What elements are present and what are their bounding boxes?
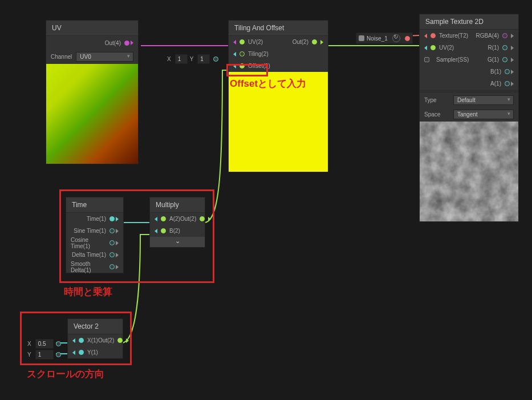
uv-preview: [46, 64, 138, 164]
port-row: A(1): [420, 78, 518, 90]
port-dot-icon[interactable]: [79, 350, 84, 355]
vector2-node[interactable]: Vector 2 X(1) Out(2) Y(1): [67, 318, 123, 359]
tiling-offset-node[interactable]: Tiling And Offset UV(2) Out(2) Tiling(2): [228, 20, 328, 172]
port-label: Out(2): [98, 337, 114, 344]
port-dot-icon[interactable]: [239, 51, 245, 56]
offset-annotation-label: Offsetとして入力: [230, 77, 306, 90]
arrow-out-icon: [511, 70, 514, 74]
sample-texture-node[interactable]: Sample Texture 2D Texture(T2) RGBA(4) UV…: [419, 14, 519, 222]
port-row: X(1) Out(2): [68, 334, 123, 346]
port-row: Texture(T2) RGBA(4): [420, 30, 518, 42]
port-dot-icon[interactable]: [109, 240, 115, 245]
port-dot-icon[interactable]: [161, 228, 166, 233]
space-row: Space Tangent: [420, 107, 518, 122]
node-title: Multiply: [150, 197, 205, 213]
arrow-out-icon: [511, 34, 514, 38]
arrow-in-icon: [424, 46, 427, 50]
port-dot-icon[interactable]: [431, 33, 436, 38]
node-title: Tiling And Offset: [229, 21, 328, 36]
noise-input-chip[interactable]: Noise_1: [356, 33, 413, 44]
port-dot-icon[interactable]: [200, 216, 205, 221]
port-row: Tiling(2): [229, 48, 328, 60]
port-dot-icon: [56, 341, 61, 346]
port-dot-icon[interactable]: [117, 338, 123, 343]
port-row: Y(1): [68, 346, 123, 358]
arrow-out-icon: [511, 82, 514, 86]
port-label: Sine Time(1): [74, 228, 106, 234]
space-dropdown[interactable]: Tangent: [453, 110, 514, 119]
refresh-icon[interactable]: [392, 34, 400, 42]
vector2-x-input-row: X: [27, 339, 61, 349]
port-label: RGBA(4): [476, 33, 499, 39]
port-out-row: Out(4): [46, 36, 138, 50]
channel-dropdown[interactable]: UV0: [76, 52, 133, 62]
multiply-node[interactable]: Multiply A(2) Out(2) B(2) ⌄: [149, 197, 205, 248]
port-label: Texture(T2): [439, 33, 468, 39]
channel-label: Channel: [51, 54, 72, 60]
port-row: Cosine Time(1): [66, 237, 123, 249]
port-dot-icon: [213, 56, 218, 62]
port-dot-icon[interactable]: [239, 63, 245, 68]
port-dot-icon[interactable]: [502, 33, 507, 38]
port-dot-icon[interactable]: [109, 228, 115, 233]
port-dot-icon[interactable]: [124, 41, 129, 46]
port-dot-icon[interactable]: [431, 45, 436, 50]
port-dot-icon[interactable]: [79, 338, 84, 343]
vector2-y-input[interactable]: [35, 350, 54, 359]
chevron-down-icon[interactable]: ⌄: [150, 237, 205, 247]
port-dot-icon[interactable]: [161, 216, 166, 221]
port-label: Out(2): [180, 216, 196, 222]
port-dot-icon[interactable]: [502, 57, 507, 62]
vector2-x-input[interactable]: [35, 339, 54, 349]
port-label: G(1): [488, 56, 499, 63]
arrow-out-icon: [116, 241, 119, 245]
texture-thumb-icon: [359, 35, 364, 41]
noise-label: Noise_1: [367, 35, 388, 42]
uv-node[interactable]: UV Out(4) Channel UV0: [46, 20, 139, 164]
arrow-out-icon: [116, 217, 119, 221]
svg-rect-1: [420, 122, 518, 221]
port-row: Smooth Delta(1): [66, 261, 123, 273]
port-label: Tiling(2): [248, 51, 269, 57]
port-dot-icon[interactable]: [505, 81, 510, 86]
node-title: Time: [66, 197, 123, 213]
port-label: B(1): [490, 68, 501, 75]
arrow-out-icon: [116, 229, 119, 233]
port-dot-icon[interactable]: [109, 216, 115, 221]
port-label: Cosine Time(1): [71, 237, 106, 249]
node-title: UV: [46, 21, 138, 36]
arrow-in-icon: [424, 34, 427, 38]
arrow-out-icon: [320, 40, 323, 45]
port-label: R(1): [488, 45, 499, 51]
y-label: Y: [190, 56, 194, 62]
port-dot-icon[interactable]: [502, 45, 507, 50]
arrow-in-icon: [233, 40, 236, 45]
type-dropdown[interactable]: Default: [453, 95, 514, 105]
time-node[interactable]: Time Time(1) Sine Time(1) Cosine Time(1)…: [66, 197, 124, 273]
tiling-y-input[interactable]: [197, 54, 210, 64]
arrow-in-icon: [155, 229, 157, 233]
x-label: X: [27, 341, 31, 347]
port-row: Sampler(SS) G(1): [420, 54, 518, 66]
port-dot-icon[interactable]: [239, 39, 245, 45]
port-label: UV(2): [248, 39, 263, 45]
arrow-out-icon: [511, 58, 514, 62]
port-dot-icon[interactable]: [505, 69, 510, 74]
port-dot-icon[interactable]: [424, 57, 429, 62]
port-label: Out(4): [105, 40, 121, 46]
port-row: UV(2) R(1): [420, 42, 518, 54]
port-row: Sine Time(1): [66, 225, 123, 237]
arrow-in-icon: [155, 217, 157, 221]
port-label: Smooth Delta(1): [71, 261, 106, 273]
scroll-dir-annotation-label: スクロールの方向: [27, 367, 104, 381]
port-dot-icon[interactable]: [109, 252, 115, 257]
port-row: Delta Time(1): [66, 249, 123, 261]
noise-preview: [420, 122, 518, 221]
time-multiply-annotation-label: 時間と乗算: [64, 285, 112, 298]
port-dot-icon: [405, 36, 410, 41]
tiling-x-input[interactable]: [175, 54, 188, 64]
port-row: UV(2) Out(2): [229, 36, 328, 48]
port-dot-icon[interactable]: [312, 39, 317, 45]
port-dot-icon[interactable]: [109, 264, 115, 269]
space-label: Space: [424, 111, 449, 118]
